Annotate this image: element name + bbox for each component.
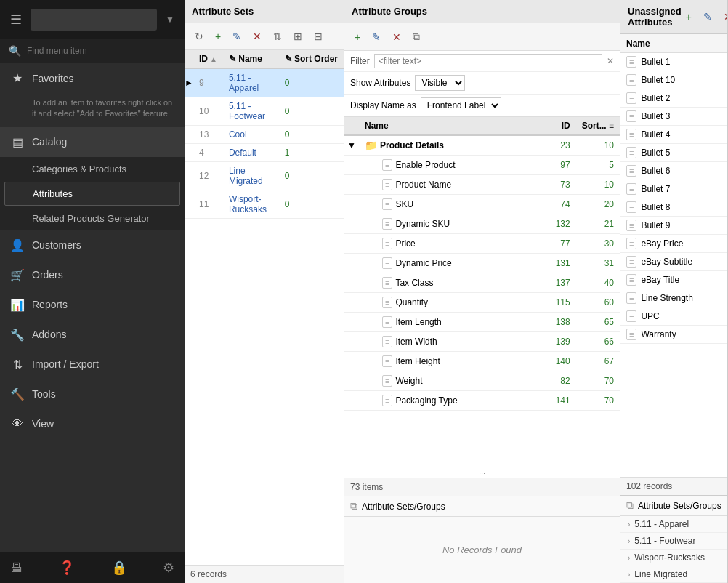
sidebar-collapse-icon[interactable]: ▼: [166, 15, 174, 25]
col-indicator-header: [185, 50, 193, 68]
edit-group-button[interactable]: ✎: [368, 28, 385, 46]
attr-item-row[interactable]: ≡ Item Height 140 67: [344, 352, 620, 371]
sub-list-item[interactable]: › 5.11 - Footwear: [620, 533, 727, 550]
sidebar-item-catalog[interactable]: ▤ Catalog: [0, 127, 185, 157]
attr-item-row[interactable]: ≡ Item Width 139 66: [344, 332, 620, 352]
sub-list-item[interactable]: › 5.11 - Apparel: [620, 516, 727, 533]
sidebar-item-view[interactable]: 👁 View: [0, 409, 185, 438]
sub-list-item[interactable]: › Line Migrated: [620, 566, 727, 583]
sub-list-item[interactable]: › Wisport-Rucksaks: [620, 550, 727, 566]
add-group-button[interactable]: +: [350, 28, 365, 46]
attr-set-row[interactable]: 12 Line Migrated 0: [185, 162, 344, 190]
unassigned-item[interactable]: ≡ Bullet 1: [620, 53, 727, 71]
attr-item-row[interactable]: ≡ Tax Class 137 40: [344, 273, 620, 293]
attr-item-row[interactable]: ≡ Price 77 30: [344, 234, 620, 254]
unassigned-item[interactable]: ≡ Bullet 5: [620, 144, 727, 162]
columns-button[interactable]: ⊟: [310, 28, 327, 45]
row-name[interactable]: 5.11 - Apparel: [223, 68, 279, 97]
attr-item-row[interactable]: ≡ Item Length 138 65: [344, 313, 620, 332]
unassigned-attributes-panel: Unassigned Attributes + ✎ ✕ Filter Name …: [620, 0, 728, 583]
expand-cell[interactable]: ▼: [344, 135, 359, 156]
name-col-header[interactable]: Name: [359, 117, 540, 135]
unassigned-item[interactable]: ≡ Line Strength: [620, 289, 727, 307]
attr-group-row[interactable]: ▼ 📁 Product Details 23 10: [344, 135, 620, 156]
copy-icon-2[interactable]: ⧉: [626, 499, 634, 512]
attr-item-row[interactable]: ≡ Packaging Type 141 70: [344, 391, 620, 411]
row-name[interactable]: Wisport-Rucksaks: [223, 190, 279, 219]
row-name[interactable]: Line Migrated: [223, 162, 279, 190]
sidebar-item-categories-products[interactable]: Categories & Products: [0, 157, 185, 181]
search-input[interactable]: [27, 46, 176, 56]
unassigned-item[interactable]: ≡ Bullet 3: [620, 108, 727, 126]
col-sort-header[interactable]: ✎ Sort Order: [279, 50, 344, 68]
unassigned-item[interactable]: ≡ Warranty: [620, 326, 727, 344]
lock-icon[interactable]: 🔒: [111, 560, 127, 576]
attr-item-row[interactable]: ≡ Quantity 115 60: [344, 293, 620, 313]
row-name[interactable]: Default: [223, 144, 279, 162]
edit-button[interactable]: ✎: [228, 28, 246, 45]
add-button[interactable]: +: [211, 28, 225, 45]
sidebar-item-addons[interactable]: 🔧 Addons: [0, 320, 185, 350]
sidebar-item-reports[interactable]: 📊 Reports: [0, 290, 185, 320]
unassigned-item[interactable]: ≡ Bullet 9: [620, 217, 727, 235]
add-unassigned-button[interactable]: +: [682, 8, 696, 25]
attr-item-row[interactable]: ≡ Dynamic Price 131 31: [344, 254, 620, 273]
attr-item-row[interactable]: ≡ Weight 82 70: [344, 371, 620, 391]
sort-col-header[interactable]: Sort... ≡: [576, 117, 620, 135]
attr-sort: 31: [576, 254, 620, 273]
attr-sort: 40: [576, 273, 620, 293]
sidebar-item-tools[interactable]: 🔨 Tools: [0, 379, 185, 409]
attr-item-row[interactable]: ≡ SKU 74 20: [344, 195, 620, 214]
hamburger-menu[interactable]: ☰: [10, 12, 22, 28]
sidebar-item-label: Import / Export: [32, 358, 99, 370]
copy-group-button[interactable]: ⧉: [408, 28, 424, 46]
sidebar-item-customers[interactable]: 👤 Customers: [0, 230, 185, 260]
sidebar-item-favorites[interactable]: ★ Favorites: [0, 63, 185, 93]
filter-input[interactable]: [374, 54, 602, 68]
unassigned-item[interactable]: ≡ UPC: [620, 307, 727, 326]
refresh-button[interactable]: ↻: [190, 28, 208, 45]
settings-icon[interactable]: ⚙: [163, 560, 174, 576]
grid-button[interactable]: ⊞: [289, 28, 307, 45]
row-name[interactable]: Cool: [223, 126, 279, 144]
attr-item-row[interactable]: ≡ Dynamic SKU 132 21: [344, 214, 620, 234]
attr-item-row[interactable]: ≡ Product Name 73 10: [344, 175, 620, 195]
print-icon[interactable]: 🖶: [10, 560, 23, 576]
sidebar-item-related-products[interactable]: Related Products Generator: [0, 206, 185, 230]
edit-unassigned-button[interactable]: ✎: [699, 8, 716, 25]
attr-set-row[interactable]: 4 Default 1: [185, 144, 344, 162]
show-attributes-select[interactable]: Visible All Hidden: [415, 75, 465, 91]
delete-group-button[interactable]: ✕: [388, 28, 405, 46]
copy-icon[interactable]: ⧉: [350, 500, 357, 512]
sidebar-item-import-export[interactable]: ⇅ Import / Export: [0, 350, 185, 379]
move-button[interactable]: ⇅: [269, 28, 286, 45]
unassigned-item[interactable]: ≡ eBay Price: [620, 235, 727, 253]
sidebar-item-label: Customers: [32, 239, 81, 251]
display-name-select[interactable]: Frontend Label Attribute Code: [421, 97, 501, 113]
row-name[interactable]: 5.11 - Footwear: [223, 97, 279, 126]
attr-id: 82: [540, 371, 576, 391]
attr-set-row[interactable]: ► 9 5.11 - Apparel 0: [185, 68, 344, 97]
attr-set-row[interactable]: 10 5.11 - Footwear 0: [185, 97, 344, 126]
attr-item-row[interactable]: ≡ Enable Product 97 5: [344, 156, 620, 175]
id-col-header[interactable]: ID: [540, 117, 576, 135]
unassigned-item[interactable]: ≡ Bullet 7: [620, 180, 727, 198]
delete-unassigned-button[interactable]: ✕: [719, 8, 728, 25]
filter-clear-button[interactable]: ✕: [607, 56, 614, 66]
unassigned-item[interactable]: ≡ Bullet 8: [620, 198, 727, 217]
sidebar-item-attributes[interactable]: Attributes: [4, 182, 180, 206]
unassigned-item[interactable]: ≡ eBay Title: [620, 271, 727, 289]
delete-button[interactable]: ✕: [248, 28, 266, 45]
attr-set-row[interactable]: 11 Wisport-Rucksaks 0: [185, 190, 344, 219]
unassigned-item[interactable]: ≡ Bullet 2: [620, 89, 727, 108]
help-icon[interactable]: ❓: [59, 560, 75, 576]
attr-set-row[interactable]: 13 Cool 0: [185, 126, 344, 144]
col-name-header[interactable]: ✎ Name: [223, 50, 279, 68]
unassigned-item[interactable]: ≡ Bullet 10: [620, 71, 727, 89]
unassigned-item[interactable]: ≡ Bullet 6: [620, 162, 727, 180]
unassigned-item[interactable]: ≡ Bullet 4: [620, 126, 727, 144]
sidebar-item-orders[interactable]: 🛒 Orders: [0, 260, 185, 290]
unassigned-item[interactable]: ≡ eBay Subtitle: [620, 253, 727, 271]
attr-icon-unassigned: ≡: [626, 238, 636, 249]
col-id-header[interactable]: ID▲: [193, 50, 223, 68]
